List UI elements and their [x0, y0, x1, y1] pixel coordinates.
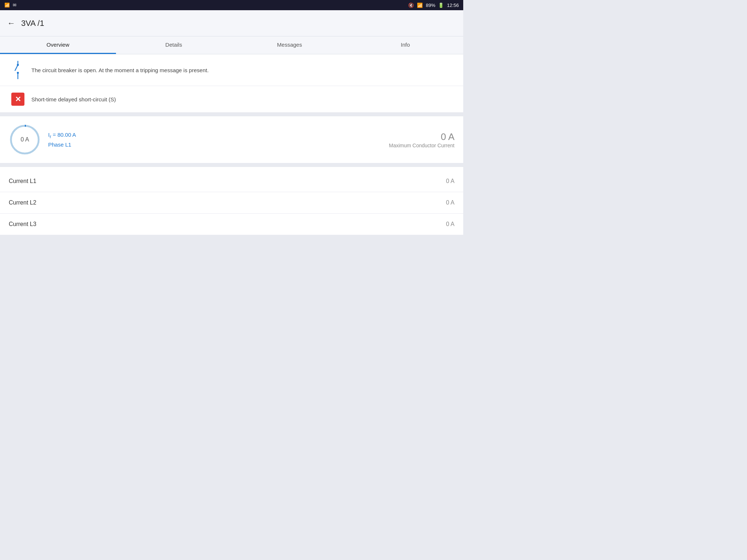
svg-point-4 [17, 72, 19, 74]
gauge-labels: Ir = 80.00 A Phase L1 [48, 132, 76, 148]
section-divider-2 [0, 163, 463, 167]
gauge-phase-label: Phase L1 [48, 141, 76, 148]
current-l2-value: 0 A [446, 199, 454, 206]
measurements-section: Current L1 0 A Current L2 0 A Current L3… [0, 171, 463, 235]
gauge-ir-label: Ir = 80.00 A [48, 132, 76, 139]
status-bar: 📶 ✉ 🔇 📶 89% 🔋 12:56 [0, 0, 463, 10]
signal-icon: 📶 [417, 3, 423, 8]
status-left-icons: 📶 ✉ [4, 3, 16, 8]
current-l3-value: 0 A [446, 221, 454, 228]
breaker-open-icon [9, 61, 27, 79]
current-l1-label: Current L1 [9, 178, 36, 184]
current-gauge: 0 A [9, 124, 41, 156]
section-divider-1 [0, 113, 463, 116]
svg-line-1 [15, 65, 18, 71]
gauge-section: 0 A Ir = 80.00 A Phase L1 0 A Maximum Co… [0, 116, 463, 163]
clock: 12:56 [447, 3, 459, 8]
measurement-row-l2: Current L2 0 A [0, 192, 463, 214]
svg-point-2 [17, 64, 19, 66]
status-right-icons: 🔇 📶 89% 🔋 12:56 [408, 3, 459, 8]
short-circuit-alert-row: ✕ Short-time delayed short-circuit (S) [0, 86, 463, 113]
tab-info[interactable]: Info [348, 36, 464, 54]
page-title: 3VA /1 [21, 19, 44, 28]
current-l3-label: Current L3 [9, 221, 36, 228]
wifi-icon: 📶 [4, 3, 10, 8]
breaker-alert-text: The circuit breaker is open. At the mome… [31, 67, 209, 73]
current-l1-value: 0 A [446, 178, 454, 184]
tab-overview[interactable]: Overview [0, 36, 116, 54]
gauge-center-value: 0 A [20, 136, 29, 143]
breaker-alert-row: The circuit breaker is open. At the mome… [0, 54, 463, 86]
error-icon: ✕ [9, 93, 27, 106]
content-area: The circuit breaker is open. At the mome… [0, 54, 463, 279]
battery-icon: 🔋 [438, 3, 444, 8]
gauge-right: 0 A Maximum Conductor Current [389, 131, 454, 148]
tab-details[interactable]: Details [116, 36, 232, 54]
max-conductor-value: 0 A [389, 131, 454, 143]
bottom-area [0, 235, 463, 279]
tab-bar: Overview Details Messages Info [0, 36, 463, 54]
max-conductor-label: Maximum Conductor Current [389, 143, 454, 148]
battery-text: 89% [426, 3, 435, 8]
short-circuit-alert-text: Short-time delayed short-circuit (S) [31, 96, 116, 102]
notification-icon: ✉ [13, 3, 16, 8]
mute-icon: 🔇 [408, 3, 414, 8]
header: ← 3VA /1 [0, 10, 463, 36]
current-l2-label: Current L2 [9, 199, 36, 206]
tab-messages[interactable]: Messages [232, 36, 348, 54]
measurement-row-l1: Current L1 0 A [0, 171, 463, 192]
back-button[interactable]: ← [7, 19, 15, 28]
measurement-row-l3: Current L3 0 A [0, 214, 463, 235]
gauge-left: 0 A Ir = 80.00 A Phase L1 [9, 124, 76, 156]
